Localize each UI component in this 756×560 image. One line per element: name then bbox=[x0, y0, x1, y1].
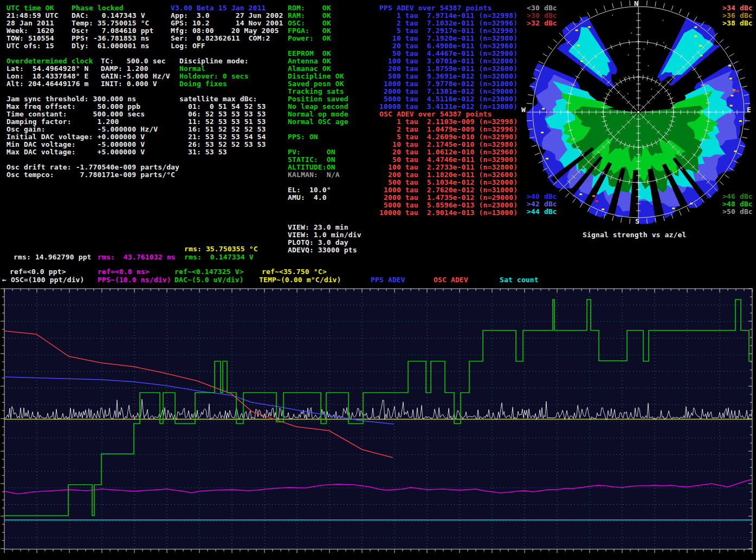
tow: TOW: 510554 bbox=[7, 35, 54, 42]
dbc-lt30: <30 dBc bbox=[527, 4, 557, 12]
lady-heather-screen: UTC time OK21:48:59 UTC28 Jan 2011Week: … bbox=[0, 0, 756, 560]
signal-speck bbox=[576, 29, 578, 31]
osc-adev-table-row: 1000 tau 2.7620e-012 (n=31000) bbox=[379, 186, 518, 194]
signal-speck bbox=[739, 120, 742, 122]
pps-adev-label: PPS ADEV bbox=[371, 276, 405, 284]
sky-dot bbox=[612, 15, 613, 16]
position-status: Position saved bbox=[288, 95, 348, 103]
op-mode-status: Normal op mode bbox=[288, 110, 348, 118]
signal-speck bbox=[729, 77, 732, 79]
dbc-gt42: >42 dBc bbox=[527, 200, 557, 208]
osc-value: Osc↑ 7.084610 ppt bbox=[72, 27, 154, 35]
osc-adev-table-row: 10000 tau 2.9014e-013 (n=13000) bbox=[379, 209, 518, 217]
dbc-gt44: >44 dBc bbox=[527, 208, 557, 216]
osc-adev-table-row: 500 tau 5.1034e-012 (n=32000) bbox=[379, 179, 518, 186]
sat-dbc-row: 21: 53 52 53 54 54 bbox=[179, 133, 266, 141]
osc-adev-table-row: 2000 tau 1.4735e-012 (n=29000) bbox=[379, 194, 518, 201]
dbc-gt48: >48 dBc bbox=[722, 200, 753, 208]
sat-count-label: Sat count bbox=[500, 276, 539, 284]
dbc-gt46: >46 dBc bbox=[722, 193, 753, 200]
view-div: VIEW: 1.0 min/div bbox=[288, 231, 361, 239]
osc-status: OSC: OK bbox=[288, 19, 331, 27]
pps-adev-table-row: 5 tau 7.2917e-011 (n=32990) bbox=[379, 27, 518, 35]
pps-enable: PPS: ON bbox=[288, 133, 318, 141]
discipline-normal: Normal bbox=[179, 65, 205, 73]
osc-adev-table-row: 10 tau 2.1745e-010 (n=32980) bbox=[379, 141, 518, 148]
temp-value: Temp: 35.750015 °C bbox=[72, 19, 150, 27]
dbc-gt40: >40 dBc bbox=[527, 193, 557, 200]
signal-speck bbox=[733, 89, 735, 91]
pps-adev-table-row: 5000 tau 4.5116e-012 (n=23000) bbox=[379, 95, 518, 103]
almanac-status: Almanac OK bbox=[288, 65, 331, 73]
signal-speck bbox=[592, 195, 595, 197]
mfg-date: Mfg: 08:00 20 May 2005 bbox=[171, 27, 279, 35]
sky-dot bbox=[643, 48, 644, 49]
pps-adev-table-row: 50 tau 4.4467e-011 (n=32900) bbox=[379, 50, 518, 57]
rom-status: ROM: OK bbox=[288, 4, 331, 12]
utc-date: 28 Jan 2011 bbox=[7, 19, 54, 27]
amu-mask: AMU: 4.0 bbox=[288, 194, 327, 201]
compass-e: E bbox=[747, 106, 751, 114]
pps-adev-table-header: PPS ADEV over 54387 points bbox=[379, 4, 492, 12]
polar-caption: Signal strength vs az/el bbox=[583, 231, 686, 239]
sky-dot bbox=[628, 93, 629, 94]
sat-dbc-row: 26: 53 52 52 53 53 bbox=[179, 141, 266, 148]
sky-dot bbox=[648, 65, 649, 66]
osc-adev-label: OSC ADEV bbox=[434, 276, 468, 284]
signal-speck bbox=[699, 45, 702, 47]
osc-drift: Osc drift rate: -1.770540e-009 parts/day bbox=[7, 164, 179, 171]
pps-adev-table-row: 10000 tau 3.4131e-012 (n=13000) bbox=[379, 103, 518, 110]
osc-adev-table-row: 50 tau 4.4746e-011 (n=32900) bbox=[379, 156, 518, 164]
damp-value: DAMP: 1.200 bbox=[101, 65, 148, 73]
app-version: App: 3.0 27 Jun 2002 bbox=[171, 12, 283, 19]
pps-adev-table-row: 2000 tau 7.1301e-012 (n=29000) bbox=[379, 88, 518, 95]
pv-mode: PV: ON bbox=[288, 148, 335, 156]
compass-n: N bbox=[634, 0, 638, 8]
dbc-gt32: >32 dBc bbox=[527, 19, 557, 27]
view-span: VIEW: 23.0 min bbox=[288, 224, 348, 231]
ram-status: RAM: OK bbox=[288, 12, 331, 19]
pps-adev-table-row: 1 tau 7.9714e-011 (n=32998) bbox=[379, 12, 518, 19]
signal-speck bbox=[694, 35, 697, 37]
utc-offset: UTC ofs: 15 bbox=[7, 42, 54, 50]
ref-osc: ref=<0.0 ppt> bbox=[10, 268, 66, 276]
ref-temp: ref~<35.750 °C> bbox=[262, 268, 327, 276]
signal-speck bbox=[579, 193, 582, 195]
dbc-gt36: >36 dBc bbox=[722, 12, 753, 19]
osc-age-status: Normal OSC age bbox=[288, 118, 348, 126]
pps-adev-table-row: 200 tau 1.8759e-011 (n=32600) bbox=[379, 65, 518, 73]
adevq: ADEVQ: 33000 pts bbox=[288, 246, 357, 254]
sat-dbc-row: 06: 52 53 53 53 53 bbox=[179, 110, 266, 118]
power-status: Power: OK bbox=[288, 35, 331, 42]
sat-dbc-header: satellite max dBc: bbox=[179, 95, 257, 103]
saved-posn-status: Saved posn OK bbox=[288, 80, 344, 88]
rms-osc: rms: 14.962790 ppt bbox=[14, 253, 92, 261]
fpga-status: FPGA: OK bbox=[288, 27, 331, 35]
altitude: Alt: 204.46449176 m bbox=[7, 80, 89, 88]
tracking-status: Tracking sats bbox=[288, 88, 344, 95]
scale-pps: PPS~(10.0 ns/div) bbox=[98, 276, 171, 284]
min-dac: Min DAC voltage: -5.000000 V bbox=[7, 141, 145, 148]
sky-dot bbox=[628, 54, 629, 55]
signal-speck bbox=[694, 27, 697, 28]
plotq: PLOTQ: 3.0 day bbox=[288, 239, 348, 246]
sat-dbc-row: 01: 0 51 54 52 53 bbox=[179, 103, 266, 110]
signal-speck bbox=[546, 158, 548, 159]
dbc-gt30: >30 dBc bbox=[527, 12, 557, 19]
rms-temp: rms: 35.750355 °C bbox=[184, 245, 258, 253]
osc-adev-table-row: 2 tau 1.0479e-009 (n=32996) bbox=[379, 126, 518, 133]
sat-dbc-row: 31: 53 53 bbox=[179, 148, 227, 156]
signal-speck bbox=[731, 95, 733, 96]
sat-dbc-row: 11: 52 53 53 51 53 bbox=[179, 118, 266, 126]
history-plot[interactable] bbox=[0, 287, 756, 560]
signal-speck bbox=[730, 105, 733, 107]
doing-fixes: Doing fixes bbox=[179, 80, 227, 88]
latitude: Lat: 54.4964928° N bbox=[7, 65, 89, 73]
signal-speck bbox=[542, 108, 545, 109]
pps-adev-table-row: 2 tau 7.1032e-011 (n=32996) bbox=[379, 19, 518, 27]
dbc-gt38: >38 dBc bbox=[722, 19, 753, 27]
damping-factor: Damping factor: 1.200 bbox=[7, 118, 119, 126]
osc-gain: Osc gain: -5.000000 Hz/V bbox=[7, 126, 158, 133]
antenna-status: Antenna OK bbox=[288, 57, 331, 65]
utc-time: 21:48:59 UTC bbox=[7, 12, 59, 19]
